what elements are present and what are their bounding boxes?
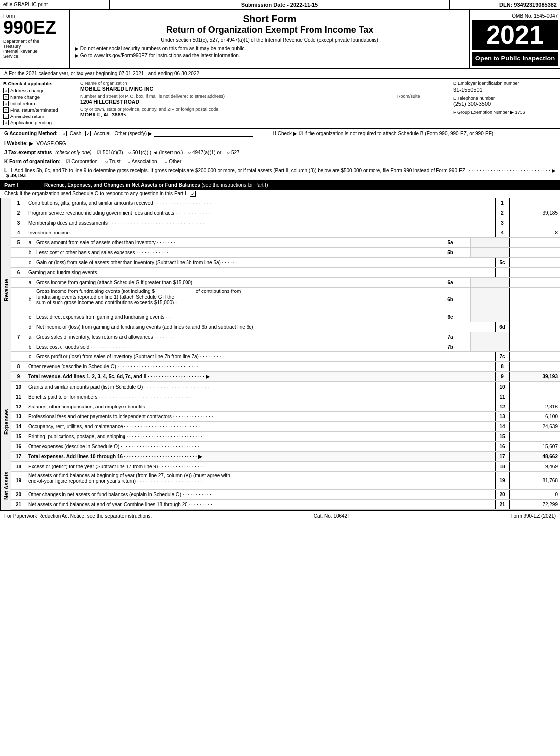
row-value: 48,662 — [510, 452, 560, 461]
application-pending-row: ○ Application pending — [3, 120, 74, 125]
row-value: 2,316 — [510, 402, 560, 411]
row-desc: Net income or (loss) from gaming and fun… — [34, 322, 495, 332]
row-value: 39,193 — [510, 372, 560, 381]
line-num: 16 — [495, 442, 510, 451]
year-display: 2021 — [472, 20, 558, 50]
amended-return-checkbox[interactable]: ○ — [3, 114, 9, 119]
net-assets-section: Net Assets 18 Excess or (deficit) for th… — [0, 462, 560, 510]
name-change-checkbox[interactable]: ○ — [3, 94, 9, 100]
dln-text: DLN: 93492319085382 — [499, 2, 557, 8]
subtitle: Under section 501(c), 527, or 4947(a)(1)… — [75, 37, 464, 43]
tax-status-label: J Tax-exempt status — [4, 150, 52, 155]
schedule-checkbox[interactable]: ✓ — [190, 191, 196, 197]
line-num: 19 — [495, 472, 510, 489]
row-value: 6,100 — [510, 412, 560, 421]
row-desc: Professional fees and other payments to … — [26, 412, 495, 421]
row-sub: b — [26, 248, 34, 257]
open-to-public: Open to Public Inspection — [472, 52, 558, 66]
line-num: 20 — [495, 490, 510, 499]
address-change-row: ○ Address change — [3, 88, 74, 93]
address-change-label: Address change — [10, 88, 45, 93]
website-value: VOASE.ORG — [37, 141, 66, 146]
form-page: efile GRAPHIC print Submission Date - 20… — [0, 0, 560, 521]
table-row: 7 a Gross sales of inventory, less retur… — [11, 332, 560, 342]
section-a: A For the 2021 calendar year, or tax yea… — [0, 69, 560, 79]
h-section: H Check ▶ ☑ if the organization is not r… — [273, 131, 556, 136]
gross-receipts-row: L L Add lines 5b, 6c, and 7b to line 9 t… — [0, 166, 560, 181]
initial-return-label: Initial return — [10, 101, 35, 106]
box-input — [470, 248, 510, 257]
row-value: 81,768 — [510, 472, 560, 489]
line-num: 12 — [495, 402, 510, 411]
row-number: 17 — [11, 452, 26, 461]
cat-no: Cat. No. 10642I — [314, 513, 349, 519]
website-label: I Website: ▶ — [4, 141, 33, 146]
city-value: MOBILE, AL 36695 — [80, 112, 447, 117]
row-sub: a — [26, 332, 34, 342]
form-number-section: Form 990EZ Department of the Treasury In… — [0, 10, 70, 68]
initial-return-checkbox[interactable]: ○ — [3, 101, 9, 106]
table-row: 4 Investment income · · · · · · · · · · … — [11, 228, 560, 238]
status-4947: ○ 4947(a)(1) or — [188, 150, 221, 155]
cash-checkbox[interactable]: ○ — [62, 131, 67, 136]
final-return-checkbox[interactable]: ○ — [3, 107, 9, 113]
row-value: 8 — [510, 228, 560, 237]
row-value — [510, 432, 560, 441]
form-org-row: K Form of organization: ☑ Corporation ○ … — [0, 157, 560, 166]
accrual-checkbox[interactable] — [85, 131, 91, 136]
schedule-check-text: Check if the organization used Schedule … — [4, 191, 186, 196]
gross-receipts-l: L — [4, 168, 7, 173]
application-pending-checkbox[interactable]: ○ — [3, 120, 9, 125]
form-header: Form 990EZ Department of the Treasury In… — [0, 10, 560, 69]
row-desc: Total revenue. Add lines 1, 2, 3, 4, 5c,… — [26, 372, 495, 381]
form-title-section: Short Form Return of Organization Exempt… — [70, 10, 470, 68]
row-value: 72,299 — [510, 500, 560, 509]
row-desc: Less: direct expenses from gaming and fu… — [34, 312, 431, 322]
return-title: Return of Organization Exempt From Incom… — [75, 25, 464, 35]
row-value: 0 — [510, 490, 560, 499]
org-city-row: City or town, state or province, country… — [80, 107, 447, 117]
row-number: 19 — [11, 472, 26, 489]
row-value — [510, 288, 560, 312]
net-assets-label: Net Assets — [0, 462, 11, 510]
org-address-section: Number and street (or P. O. box, if mail… — [80, 94, 393, 105]
box-input — [470, 288, 510, 312]
amended-return-label: Amended return — [10, 114, 44, 119]
address-change-checkbox[interactable]: ○ — [3, 88, 9, 93]
row-value — [510, 278, 560, 287]
table-row: b Less: cost of goods sold · · · · · · ·… — [11, 342, 560, 352]
row-value: -9,469 — [510, 462, 560, 471]
line-num: 1 — [495, 198, 510, 208]
schedule-check-row: Check if the organization used Schedule … — [0, 190, 560, 198]
row-number: 9 — [11, 372, 26, 381]
row-number: 15 — [11, 432, 26, 441]
row-number: 3 — [11, 218, 26, 228]
line-num: 4 — [495, 228, 510, 237]
table-row: 1 Contributions, gifts, grants, and simi… — [11, 198, 560, 208]
header-top-bar: efile GRAPHIC print Submission Date - 20… — [0, 0, 560, 10]
org-name-label: C Name of organization — [80, 81, 447, 86]
line-num — [495, 268, 510, 277]
phone-value: (251) 300-3500 — [453, 101, 557, 107]
row-desc: Other expenses (describe in Schedule O) … — [26, 442, 495, 451]
table-row: 18 Excess or (deficit) for the year (Sub… — [11, 462, 560, 472]
table-row: 8 Other revenue (describe in Schedule O)… — [11, 362, 560, 372]
line-num: 13 — [495, 412, 510, 421]
row-number — [11, 288, 26, 312]
box-input — [470, 312, 510, 322]
row-desc: Gross income from fundraising events (no… — [34, 288, 431, 312]
row-value: 39,185 — [510, 208, 560, 218]
submission-date-text: Submission Date - 2022-11-15 — [241, 2, 318, 8]
box-label: 5b — [431, 248, 470, 257]
line-num: 21 — [495, 500, 510, 509]
box-label: 5a — [431, 238, 470, 247]
row-number: 12 — [11, 402, 26, 411]
row-desc: Other changes in net assets or fund bala… — [26, 490, 495, 499]
org-address-row: Number and street (or P. O. box, if mail… — [80, 94, 447, 105]
org-name-value: MOBILE SHARED LIVING INC — [80, 86, 447, 92]
row-value — [510, 342, 560, 351]
table-row: 14 Occupancy, rent, utilities, and maint… — [11, 422, 560, 432]
status-501c: ○ 501(c)( ) ◄ (insert no.) — [128, 150, 183, 155]
row-sub: c — [26, 258, 34, 267]
box-label: 6c — [431, 312, 470, 322]
